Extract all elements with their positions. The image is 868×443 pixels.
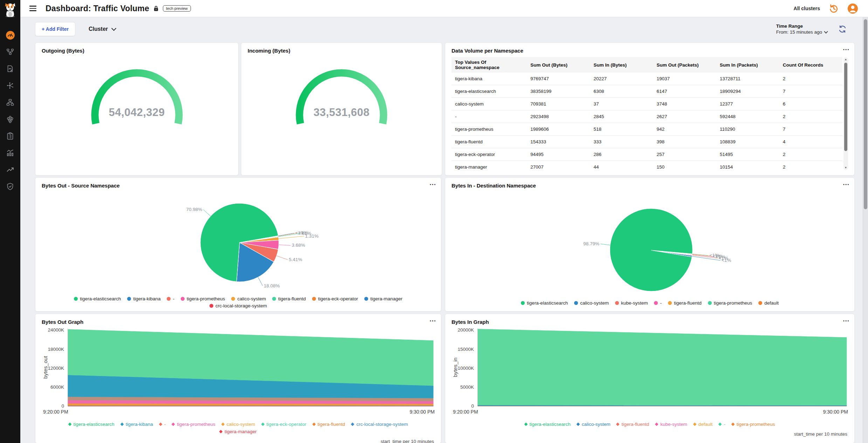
y-axis-label: bytes_out <box>42 356 48 379</box>
legend-diamond-icon <box>172 423 175 426</box>
legend-label: - <box>173 296 174 301</box>
legend-item-tigera-fluentd[interactable]: tigera-fluentd <box>616 422 649 427</box>
legend-item-tigera-kibana[interactable]: tigera-kibana <box>121 422 153 427</box>
sidebar-item-network-topology[interactable] <box>0 43 20 60</box>
panel-title: Outgoing (Bytes) <box>42 48 232 54</box>
time-range-label: Time Range <box>776 23 827 29</box>
panel-outgoing-bytes: Outgoing (Bytes) 54,042,329 <box>35 42 239 176</box>
legend-item-tigera-elasticsearch[interactable]: tigera-elasticsearch <box>74 296 121 301</box>
legend-item-tigera-prometheus[interactable]: tigera-prometheus <box>172 422 215 427</box>
filter-bar: + Add Filter Cluster Time Range From: 15… <box>35 22 847 36</box>
table-cell: 942 <box>653 123 716 136</box>
legend-item-tigera-manager[interactable]: tigera-manager <box>220 429 257 434</box>
panel-incoming-bytes: Incoming (Bytes) 33,531,608 <box>241 42 442 176</box>
legend-item-tigera-elasticsearch[interactable]: tigera-elasticsearch <box>521 300 568 306</box>
panel-menu-icon[interactable]: ... <box>843 44 849 52</box>
pie-label-leader <box>600 244 610 245</box>
sidebar-item-endpoints-cluster[interactable] <box>0 111 20 128</box>
legend-item-calico-system[interactable]: calico-system <box>222 422 255 427</box>
legend-label: - <box>660 300 662 306</box>
table-cell: calico-system <box>452 98 527 110</box>
legend-item-tigera-prometheus[interactable]: tigera-prometheus <box>732 422 775 427</box>
legend-label: default <box>764 300 779 306</box>
legend-dot-icon <box>127 297 131 301</box>
time-range-picker[interactable]: Time Range From: 15 minutes ago <box>776 23 827 35</box>
panel-menu-icon[interactable]: ... <box>843 315 849 323</box>
legend-item-default[interactable]: default <box>758 300 779 306</box>
legend-item-tigera-elasticsearch[interactable]: tigera-elasticsearch <box>525 422 571 427</box>
legend-dot-icon <box>231 297 235 301</box>
scroll-up-icon[interactable]: ▲ <box>843 58 848 61</box>
table-scrollbar-thumb[interactable] <box>844 63 847 151</box>
legend-item-tigera-prometheus[interactable]: tigera-prometheus <box>708 300 752 306</box>
legend-dot-icon <box>167 297 171 301</box>
scroll-down-icon[interactable]: ▼ <box>843 166 848 169</box>
sidebar-item-threat-shield[interactable] <box>0 178 20 195</box>
sidebar-item-activity-stats[interactable] <box>0 144 20 161</box>
bytes-in-graph-legend: tigera-elasticsearchcalico-systemtigera-… <box>452 422 848 427</box>
legend-label: tigera-manager <box>225 429 257 434</box>
sidebar-item-network-hierarchy[interactable] <box>0 94 20 111</box>
legend-item-kube-system[interactable]: kube-system <box>655 422 687 427</box>
time-range-value-row: From: 15 minutes ago <box>776 29 827 35</box>
legend-diamond-icon <box>120 423 124 426</box>
table-cell: 13728711 <box>716 73 779 85</box>
sidebar-item-policies-document[interactable] <box>0 60 20 77</box>
table-row: tigera-manager2700744150101542 <box>452 161 842 170</box>
legend-item--[interactable]: - <box>167 296 174 301</box>
legend-item-calico-system[interactable]: calico-system <box>574 300 609 306</box>
hamburger-menu-icon[interactable] <box>29 6 36 11</box>
pie-slice-tigera-elasticsearch[interactable] <box>610 209 693 291</box>
legend-item-tigera-kibana[interactable]: tigera-kibana <box>127 296 160 301</box>
legend-item-calico-system[interactable]: calico-system <box>231 296 266 301</box>
legend-diamond-icon <box>655 423 659 426</box>
legend-diamond-icon <box>576 423 580 426</box>
cluster-scope-selector[interactable]: All clusters <box>794 6 820 11</box>
legend-item-calico-system[interactable]: calico-system <box>577 422 611 427</box>
legend-item-tigera-fluentd[interactable]: tigera-fluentd <box>313 422 345 427</box>
legend-label: tigera-elasticsearch <box>74 422 115 427</box>
panel-menu-icon[interactable]: ... <box>429 179 436 187</box>
legend-dot-icon <box>272 297 276 301</box>
panel-menu-icon[interactable]: ... <box>843 179 849 187</box>
page-scrollbar-thumb[interactable] <box>864 19 867 209</box>
panel-menu-icon[interactable]: ... <box>429 315 436 323</box>
sidebar-item-compliance-clipboard[interactable] <box>0 128 20 144</box>
legend-item--[interactable]: - <box>654 300 662 306</box>
bytes-in-pie-legend: tigera-elasticsearchcalico-systemkube-sy… <box>445 300 854 306</box>
table-row: calico-system709381373748123776 <box>452 98 842 110</box>
legend-item--[interactable]: - <box>719 422 725 427</box>
legend-item--[interactable]: - <box>159 422 166 427</box>
legend-label: calico-system <box>227 422 255 427</box>
sidebar-item-trend-arrow[interactable] <box>0 161 20 178</box>
table-cell: tigera-elasticsearch <box>452 85 527 98</box>
legend-item-default[interactable]: default <box>694 422 713 427</box>
legend-item-tigera-elasticsearch[interactable]: tigera-elasticsearch <box>69 422 115 427</box>
legend-item-tigera-prometheus[interactable]: tigera-prometheus <box>181 296 225 301</box>
legend-item-kube-system[interactable]: kube-system <box>615 300 648 306</box>
table-cell: 94495 <box>527 148 590 161</box>
legend-item-tigera-manager[interactable]: tigera-manager <box>364 296 402 301</box>
legend-item-crc-local-storage-system[interactable]: crc-local-storage-system <box>209 303 267 308</box>
calico-cat-logo[interactable] <box>4 2 17 19</box>
legend-item-tigera-fluentd[interactable]: tigera-fluentd <box>272 296 306 301</box>
table-header-cell: Sum In (Packets) <box>716 57 779 73</box>
x-tick-label: 9:30:00 PM <box>823 409 848 415</box>
table-cell: 4 <box>779 136 842 148</box>
legend-item-crc-local-storage-system[interactable]: crc-local-storage-system <box>351 422 408 427</box>
legend-item-tigera-eck-operator[interactable]: tigera-eck-operator <box>262 422 306 427</box>
legend-item-tigera-eck-operator[interactable]: tigera-eck-operator <box>312 296 358 301</box>
panel-title: Data Volume per Namespace <box>452 48 848 54</box>
legend-item-tigera-fluentd[interactable]: tigera-fluentd <box>668 300 702 306</box>
sidebar-item-service-graph[interactable] <box>0 77 20 94</box>
legend-diamond-icon <box>616 423 620 426</box>
pie-label-leader <box>277 256 288 260</box>
add-filter-button[interactable]: + Add Filter <box>35 22 75 36</box>
sidebar-item-dashboard-gauge[interactable] <box>0 27 20 43</box>
user-avatar[interactable] <box>847 3 858 14</box>
pie-label-leader <box>278 233 297 236</box>
legend-label: tigera-elasticsearch <box>530 422 571 427</box>
refresh-icon[interactable] <box>838 25 847 34</box>
cluster-filter-dropdown[interactable]: Cluster <box>89 26 116 32</box>
history-icon[interactable] <box>828 3 839 14</box>
